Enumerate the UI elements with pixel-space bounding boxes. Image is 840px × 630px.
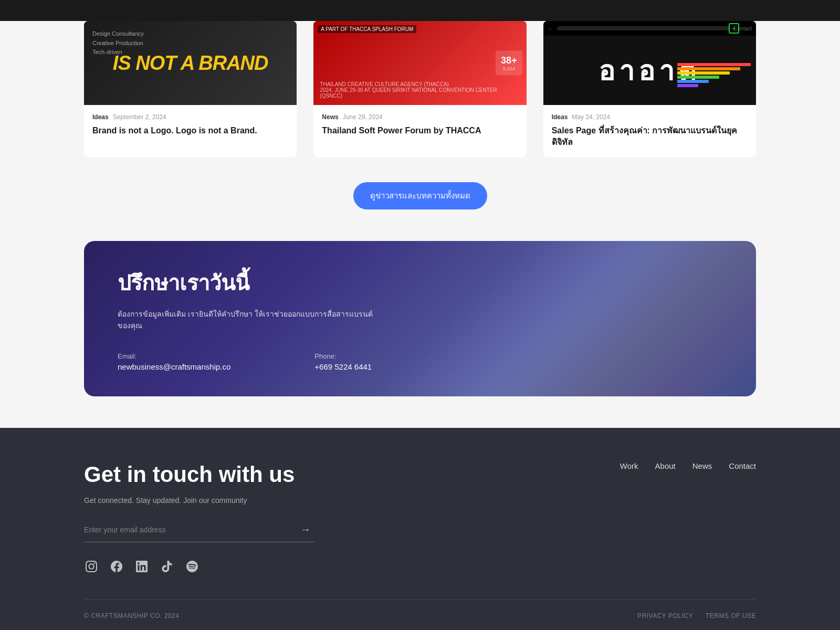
ideas-image-content: ← Contact + อาอาด: [543, 21, 756, 105]
consult-section: ปรึกษาเราวันนี้ ต้องการข้อมูลเพิ่มเติม เ…: [0, 241, 840, 428]
footer-bottom: © CRAFTSMANSHIP CO. 2024 PRIVACY POLICY …: [84, 599, 756, 630]
footer-nav-work[interactable]: Work: [620, 461, 638, 470]
consult-title: ปรึกษาเราวันนี้: [118, 266, 722, 300]
footer-email-input[interactable]: [84, 526, 296, 534]
footer-left: Get in touch with us Get connected. Stay…: [84, 461, 315, 574]
consult-content: ปรึกษาเราวันนี้ ต้องการข้อมูลเพิ่มเติม เ…: [118, 266, 722, 331]
card-brand-category-row: Ideas September 2, 2024: [92, 113, 288, 121]
facebook-icon[interactable]: [109, 559, 124, 574]
news-stat-number: 38+: [501, 55, 517, 66]
consult-email-label: Email:: [118, 352, 230, 360]
consult-subtitle: ต้องการข้อมูลเพิ่มเติม เรายินดีให้คำปรึก…: [118, 308, 380, 331]
news-image-text: THAILAND CREATIVE CULTURE AGENCY (THACCA…: [320, 81, 520, 99]
footer-terms-of-use[interactable]: TERMS OF USE: [706, 612, 756, 620]
brand-logo-area: Design ConsultancyCreative ProductionTec…: [84, 21, 297, 105]
footer: Get in touch with us Get connected. Stay…: [0, 428, 840, 630]
footer-nav-about[interactable]: About: [655, 461, 676, 470]
card-brand-date: September 2, 2024: [113, 113, 166, 121]
ideas-nav-back: ←: [548, 26, 553, 32]
cards-grid: Design ConsultancyCreative ProductionTec…: [84, 21, 756, 157]
ideas-nav-bar-fill: [557, 26, 730, 30]
card-brand-category: Ideas: [92, 113, 109, 121]
card-ideas-date: May 24, 2024: [572, 113, 610, 121]
card-ideas: ← Contact + อาอาด: [543, 21, 756, 157]
consult-email-block: Email: newbusiness@craftsmanship.co: [118, 352, 230, 371]
card-ideas-title: Sales Page ที่สร้างคุณค่า: การพัฒนาแบรนด…: [552, 125, 748, 149]
news-overlay-badge: A PART OF THACCA SPLASH FORUM: [318, 25, 416, 33]
card-news-title: Thailand Soft Power Forum by THACCA: [322, 125, 518, 136]
tiktok-icon[interactable]: [160, 559, 174, 574]
stripe-decoration: [677, 63, 756, 105]
footer-nav-news[interactable]: News: [692, 461, 712, 470]
footer-title: Get in touch with us: [84, 461, 315, 488]
card-news-category: News: [322, 113, 338, 121]
consult-banner: ปรึกษาเราวันนี้ ต้องการข้อมูลเพิ่มเติม เ…: [84, 241, 756, 396]
news-stat-block: 38+ 5,154: [496, 51, 522, 76]
card-ideas-category: Ideas: [552, 113, 568, 121]
brand-logo-sub: Design ConsultancyCreative ProductionTec…: [92, 29, 144, 57]
footer-privacy-policy[interactable]: PRIVACY POLICY: [637, 612, 693, 620]
cards-section: Design ConsultancyCreative ProductionTec…: [0, 21, 840, 241]
footer-social-row: [84, 559, 315, 574]
card-brand-title: Brand is not a Logo. Logo is not a Brand…: [92, 125, 288, 136]
ideas-plus-icon: +: [729, 23, 739, 34]
card-brand-meta: Ideas September 2, 2024 Brand is not a L…: [84, 105, 297, 145]
card-brand-image: Design ConsultancyCreative ProductionTec…: [84, 21, 297, 105]
consult-phone-label: Phone:: [314, 352, 372, 360]
ideas-nav-bar: ← Contact: [543, 21, 756, 36]
instagram-icon[interactable]: [84, 559, 99, 574]
news-image-content: A PART OF THACCA SPLASH FORUM THAILAND C…: [313, 21, 526, 105]
footer-subtitle: Get connected. Stay updated. Join our co…: [84, 496, 315, 505]
footer-main: Get in touch with us Get connected. Stay…: [84, 461, 756, 574]
card-news-meta: News June 29, 2024 Thailand Soft Power F…: [313, 105, 526, 145]
card-ideas-image: ← Contact + อาอาด: [543, 21, 756, 105]
card-ideas-category-row: Ideas May 24, 2024: [552, 113, 748, 121]
spotify-icon[interactable]: [185, 559, 200, 574]
card-news-image: A PART OF THACCA SPLASH FORUM THAILAND C…: [313, 21, 526, 105]
view-all-container: ดูข่าวสารและบทความทั้งหมด: [84, 182, 756, 209]
card-brand: Design ConsultancyCreative ProductionTec…: [84, 21, 297, 157]
consult-phone-block: Phone: +669 5224 6441: [314, 352, 372, 371]
news-stat-label: 5,154: [501, 66, 517, 71]
card-news: A PART OF THACCA SPLASH FORUM THAILAND C…: [313, 21, 526, 157]
footer-legal: PRIVACY POLICY TERMS OF USE: [637, 612, 756, 620]
card-news-category-row: News June 29, 2024: [322, 113, 518, 121]
card-news-date: June 29, 2024: [343, 113, 383, 121]
view-all-button[interactable]: ดูข่าวสารและบทความทั้งหมด: [353, 182, 487, 209]
footer-email-row: →: [84, 521, 315, 542]
consult-email-value: newbusiness@craftsmanship.co: [118, 362, 230, 371]
footer-nav-contact[interactable]: Contact: [729, 461, 756, 470]
footer-nav: Work About News Contact: [620, 461, 756, 470]
consult-phone-value: +669 5224 6441: [314, 362, 372, 371]
card-ideas-meta: Ideas May 24, 2024 Sales Page ที่สร้างคุ…: [543, 105, 756, 157]
consult-contact-row: Email: newbusiness@craftsmanship.co Phon…: [118, 352, 722, 371]
top-bar: [0, 0, 840, 21]
footer-copyright: © CRAFTSMANSHIP CO. 2024: [84, 612, 179, 620]
linkedin-icon[interactable]: [134, 559, 149, 574]
footer-submit-button[interactable]: →: [296, 521, 315, 538]
